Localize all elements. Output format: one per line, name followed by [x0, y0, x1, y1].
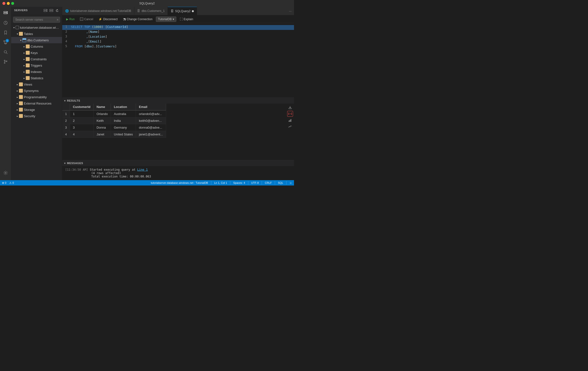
tables-expand-arrow[interactable]: [16, 32, 19, 35]
triggers-node[interactable]: Triggers: [11, 62, 62, 69]
status-errors[interactable]: ⊗ 0: [2, 181, 6, 185]
statistics-arrow[interactable]: [22, 76, 26, 80]
cancel-button[interactable]: □ Cancel: [78, 17, 95, 22]
window-controls[interactable]: [2, 2, 14, 5]
status-language[interactable]: SQL: [278, 181, 283, 184]
sql-editor[interactable]: 1 SELECT TOP (1000) [CustomerId] 2 ,[Nam…: [62, 23, 294, 51]
status-smiley[interactable]: ☺: [289, 181, 292, 184]
run-button[interactable]: ▶ Run: [64, 17, 77, 22]
constraints-node[interactable]: Constraints: [11, 56, 62, 62]
external-resources-node[interactable]: External Resources: [11, 100, 62, 106]
explain-button[interactable]: ⛶ Explain: [178, 17, 195, 22]
tab-query[interactable]: 🗄 SQLQuery2: [168, 7, 197, 15]
table-cell: 3: [70, 124, 93, 131]
sidebar-item-connections[interactable]: 1: [1, 38, 10, 47]
storage-node[interactable]: Storage: [11, 106, 62, 113]
database-selector[interactable]: TutorialDB ▾: [156, 17, 176, 22]
keys-label: Keys: [31, 51, 38, 55]
tables-node[interactable]: Tables: [11, 31, 62, 37]
external-resources-folder-icon: [19, 101, 23, 105]
indexes-arrow[interactable]: [22, 70, 26, 73]
json-view-icon-btn[interactable]: [287, 111, 293, 117]
status-line-ending[interactable]: CRLF: [265, 181, 272, 184]
refresh-icon[interactable]: [55, 9, 59, 13]
indexes-folder-icon: [26, 70, 30, 74]
results-section-header[interactable]: ▾ RESULTS: [62, 98, 294, 103]
export-icon-btn[interactable]: [287, 104, 293, 110]
messages-section-header[interactable]: ▾ MESSAGES: [62, 160, 294, 166]
server-node[interactable]: tutorialserver.database.windows.n...: [11, 24, 62, 31]
programmability-label: Programmability: [24, 95, 47, 99]
statistics-node[interactable]: Statistics: [11, 75, 62, 81]
status-warnings[interactable]: ⚠ 0: [9, 181, 14, 185]
new-server-icon[interactable]: [43, 9, 47, 13]
external-resources-label: External Resources: [24, 102, 51, 105]
programmability-node[interactable]: Programmability: [11, 94, 62, 100]
sidebar-item-git[interactable]: [1, 57, 10, 66]
sidebar-item-servers[interactable]: [1, 9, 10, 18]
status-position[interactable]: Ln 1, Col 1: [214, 181, 227, 184]
synonyms-label: Synonyms: [24, 89, 39, 93]
search-input[interactable]: [13, 17, 60, 23]
status-spaces[interactable]: Spaces: 4: [233, 181, 245, 184]
views-arrow[interactable]: [16, 83, 19, 86]
tab-more-button[interactable]: ···: [286, 7, 294, 15]
table-cell: orlando0@adv...: [136, 110, 166, 117]
external-resources-arrow[interactable]: [16, 102, 19, 105]
svg-line-13: [6, 53, 7, 54]
chart-icon-btn[interactable]: [287, 117, 293, 123]
status-language-label: SQL: [278, 181, 283, 184]
sidebar-item-history[interactable]: [1, 19, 10, 27]
status-server[interactable]: tutorialserver.database.windows.net : Tu…: [151, 181, 208, 184]
sidebar-item-search[interactable]: [1, 48, 10, 56]
connection-tab-label: tutorialserver.database.windows.net:Tuto…: [70, 9, 131, 13]
msg-line-link[interactable]: Line 1: [137, 168, 147, 171]
table-tab-icon: 🗄: [137, 9, 140, 13]
maximize-button[interactable]: [11, 2, 14, 5]
sidebar-item-bookmark[interactable]: [1, 28, 10, 37]
tab-unsaved-dot: [192, 10, 194, 12]
triggers-arrow[interactable]: [22, 64, 26, 67]
close-button[interactable]: [2, 2, 5, 5]
constraints-arrow[interactable]: [22, 57, 26, 61]
status-spaces-label: Spaces: 4: [233, 181, 245, 184]
add-connection-icon[interactable]: [49, 9, 53, 13]
synonyms-node[interactable]: Synonyms: [11, 88, 62, 94]
sql-line-3: 3 ,[Location]: [62, 35, 294, 40]
security-node[interactable]: Security: [11, 113, 62, 119]
svg-rect-22: [50, 9, 53, 10]
storage-arrow[interactable]: [16, 108, 19, 111]
programmability-arrow[interactable]: [16, 95, 19, 99]
customers-expand-arrow[interactable]: [19, 38, 22, 42]
status-server-label: tutorialserver.database.windows.net : Tu…: [151, 181, 208, 184]
indexes-node[interactable]: Indexes: [11, 69, 62, 75]
constraints-label: Constraints: [31, 57, 47, 61]
status-right: tutorialserver.database.windows.net : Tu…: [151, 181, 292, 185]
server-label: tutorialserver.database.windows.n...: [20, 26, 60, 30]
columns-arrow[interactable]: [22, 45, 26, 48]
customers-table-node[interactable]: dbo.Customers: [11, 37, 62, 43]
views-folder-icon: [19, 82, 23, 86]
synonyms-arrow[interactable]: [16, 89, 19, 93]
tab-table[interactable]: 🗄 dbo.Customers_1: [134, 7, 168, 15]
editor-area: 🌐 tutorialserver.database.windows.net:Tu…: [62, 7, 294, 180]
security-arrow[interactable]: [16, 114, 19, 118]
change-connection-button[interactable]: ⬔ Change Connection: [121, 17, 154, 22]
search-clear-icon[interactable]: ×: [57, 18, 59, 22]
views-node[interactable]: Views: [11, 81, 62, 88]
visualize-icon-btn[interactable]: [287, 124, 293, 129]
msg-line2: (4 rows affected): [91, 171, 121, 175]
results-table-wrap[interactable]: CustomerId Name Location Email 11Orlando…: [62, 103, 294, 160]
keys-node[interactable]: Keys: [11, 50, 62, 56]
settings-icon-btn[interactable]: [1, 168, 10, 177]
minimize-button[interactable]: [7, 2, 10, 5]
status-encoding[interactable]: UTF-8: [251, 181, 259, 184]
columns-label: Columns: [31, 45, 43, 48]
keys-arrow[interactable]: [22, 51, 26, 54]
columns-node[interactable]: Columns: [11, 43, 62, 50]
tab-connection[interactable]: 🌐 tutorialserver.database.windows.net:Tu…: [62, 7, 134, 15]
disconnect-button[interactable]: ⚡ Disconnect: [96, 17, 119, 22]
status-divider-5: [275, 181, 275, 185]
server-expand-arrow[interactable]: [12, 26, 16, 29]
row-number: 2: [62, 117, 70, 124]
